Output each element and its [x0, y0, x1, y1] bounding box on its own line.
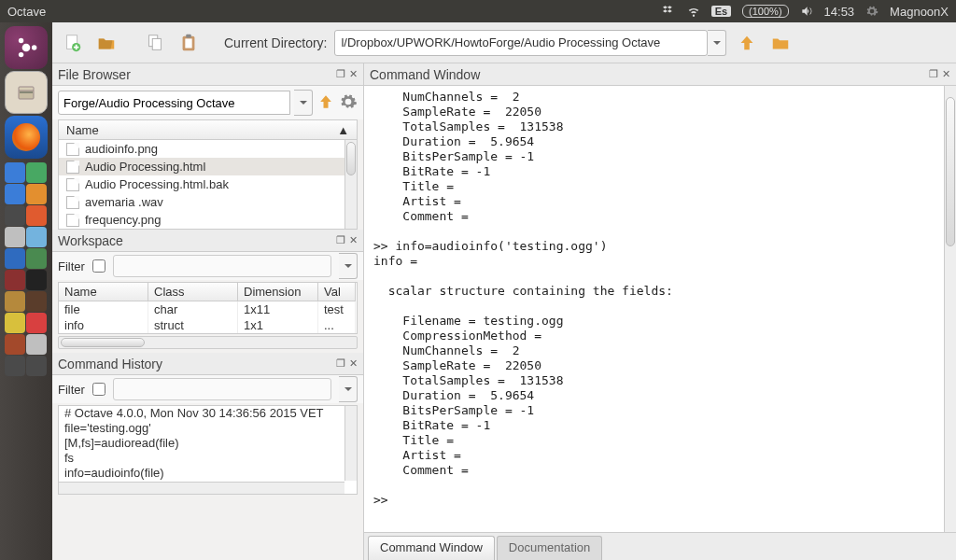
command-history-hscroll[interactable] [59, 482, 344, 494]
undock-icon[interactable]: ❐ [336, 234, 345, 246]
file-row[interactable]: Audio Processing.html.bak [59, 175, 357, 193]
mini-icon[interactable] [26, 248, 47, 269]
undock-icon[interactable]: ❐ [336, 68, 345, 80]
mini-icon[interactable] [26, 162, 47, 183]
mini-icon[interactable] [26, 184, 47, 204]
clock[interactable]: 14:53 [824, 5, 855, 19]
file-row[interactable]: audioinfo.png [59, 140, 357, 158]
files-icon[interactable] [5, 71, 48, 114]
workspace-row[interactable]: infostruct1x1... [59, 317, 357, 333]
volume-icon[interactable] [800, 5, 813, 18]
history-line[interactable]: info=audioinfo(file) [59, 466, 357, 481]
mini-icon[interactable] [26, 313, 47, 333]
mini-icon[interactable] [26, 205, 47, 226]
file-browser-settings-button[interactable] [339, 92, 358, 114]
file-list-scrollbar[interactable] [344, 140, 357, 229]
open-folder-button[interactable] [93, 30, 120, 56]
bottom-tab-bar: Command Window Documentation [364, 532, 956, 560]
file-list[interactable]: audioinfo.pngAudio Processing.htmlAudio … [58, 140, 358, 230]
dash-icon[interactable] [5, 26, 48, 69]
mini-icon[interactable] [5, 313, 25, 333]
history-line[interactable]: [M,fs]=audioread(file) [59, 436, 357, 451]
file-list-header[interactable]: Name ▲ [58, 119, 358, 140]
file-browser-title: File Browser [58, 67, 336, 82]
user-name[interactable]: MagnoonX [890, 5, 949, 19]
tab-documentation[interactable]: Documentation [497, 536, 602, 560]
file-browser-path-input[interactable] [58, 91, 290, 115]
history-line[interactable]: fs [59, 451, 357, 466]
workspace-filter-checkbox[interactable] [92, 259, 105, 273]
workspace-filter-field[interactable] [113, 255, 331, 277]
mini-icon[interactable] [26, 291, 47, 312]
undock-icon[interactable]: ❐ [929, 68, 938, 80]
file-name: audioinfo.png [85, 142, 158, 156]
command-window-title-bar: Command Window ❐✕ [364, 63, 956, 86]
file-row[interactable]: avemaria .wav [59, 193, 357, 211]
command-history-filter-field[interactable] [113, 378, 331, 400]
system-tray: Es (100%) 14:53 MagnoonX [663, 5, 949, 19]
current-directory-dropdown[interactable] [708, 30, 726, 56]
svg-rect-10 [152, 38, 161, 49]
mini-icon[interactable] [5, 184, 25, 204]
col-dimension[interactable]: Dimension [238, 283, 318, 301]
history-line[interactable]: file='testing.ogg' [59, 421, 357, 436]
command-window-scrollbar[interactable] [944, 86, 956, 532]
workspace-row[interactable]: filechar1x11test [59, 301, 357, 317]
command-history-filter-row: Filter [52, 375, 363, 403]
command-history-filter-checkbox[interactable] [92, 383, 105, 396]
mini-icon[interactable] [5, 334, 25, 355]
battery-indicator[interactable]: (100%) [742, 5, 788, 18]
mini-icon[interactable] [5, 205, 25, 226]
mini-icon[interactable] [5, 248, 25, 269]
copy-button[interactable] [142, 30, 168, 56]
firefox-icon[interactable] [5, 116, 48, 159]
mini-icon[interactable] [26, 334, 47, 355]
close-icon[interactable]: ✕ [349, 68, 358, 80]
mini-icon[interactable] [26, 227, 47, 247]
file-browser-title-bar: File Browser ❐✕ [52, 63, 363, 86]
close-icon[interactable]: ✕ [942, 68, 950, 80]
workspace-title-bar: Workspace ❐✕ [52, 230, 363, 252]
file-row[interactable]: Audio Processing.html [59, 158, 357, 175]
close-icon[interactable]: ✕ [349, 234, 358, 246]
new-file-button[interactable] [60, 30, 86, 56]
file-row[interactable]: frequency.png [59, 211, 357, 229]
mini-icon[interactable] [26, 270, 47, 290]
wifi-icon[interactable] [687, 5, 700, 18]
mini-icon[interactable] [5, 227, 25, 247]
workspace-title: Workspace [58, 233, 336, 248]
workspace-table[interactable]: Name Class Dimension Val filechar1x11tes… [58, 282, 358, 334]
mini-icon[interactable] [5, 291, 25, 312]
file-browser-path-dropdown[interactable] [294, 90, 313, 116]
workspace-filter-dropdown[interactable] [339, 253, 358, 279]
current-directory-input[interactable] [334, 30, 708, 56]
tab-command-window[interactable]: Command Window [368, 536, 495, 560]
command-window-title: Command Window [370, 67, 929, 82]
mini-icon[interactable] [5, 356, 25, 376]
file-icon [66, 178, 79, 191]
session-gear-icon[interactable] [865, 5, 879, 18]
col-class[interactable]: Class [148, 283, 238, 301]
directory-browse-button[interactable] [767, 30, 794, 56]
command-history-vscroll[interactable] [344, 406, 357, 481]
command-window-body[interactable]: NumChannels = 2 SampleRate = 22050 Total… [364, 86, 956, 532]
command-history-list[interactable]: # Octave 4.0.0, Mon Nov 30 14:36:56 2015… [58, 405, 358, 495]
workspace-hscroll[interactable] [58, 336, 358, 349]
dropbox-icon[interactable] [663, 5, 676, 18]
col-value[interactable]: Val [318, 283, 356, 301]
mini-icon[interactable] [26, 356, 47, 376]
file-browser-up-button[interactable] [316, 92, 335, 114]
col-name[interactable]: Name [59, 283, 148, 301]
keyboard-layout-indicator[interactable]: Es [711, 6, 731, 17]
svg-rect-13 [186, 34, 191, 37]
command-history-filter-dropdown[interactable] [339, 376, 358, 402]
system-menubar: Octave Es (100%) 14:53 MagnoonX [0, 0, 956, 22]
close-icon[interactable]: ✕ [349, 357, 358, 370]
paste-button[interactable] [176, 30, 202, 56]
mini-icon[interactable] [5, 270, 25, 290]
history-line[interactable]: # Octave 4.0.0, Mon Nov 30 14:36:56 2015… [59, 406, 357, 421]
undock-icon[interactable]: ❐ [336, 357, 345, 370]
svg-point-0 [22, 44, 31, 52]
directory-up-button[interactable] [734, 30, 760, 56]
mini-icon[interactable] [5, 162, 25, 183]
